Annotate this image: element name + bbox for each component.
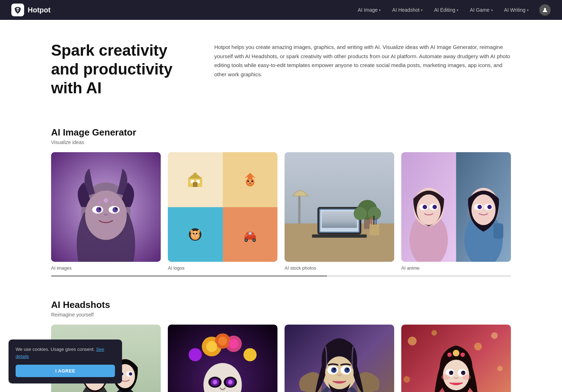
logo-cell-corgi — [168, 207, 223, 262]
cookie-agree-button[interactable]: I AGREE — [16, 365, 115, 377]
card-ai-images[interactable]: AI images — [51, 152, 161, 271]
card-ai-anime[interactable]: AI anime — [401, 152, 511, 271]
svg-point-130 — [453, 350, 459, 357]
brand-name: Hotpot — [28, 6, 50, 14]
svg-rect-57 — [375, 218, 376, 225]
svg-point-8 — [96, 207, 101, 212]
hero-right: Hotpot helps you create amazing images, … — [214, 41, 511, 79]
ai-image-section: AI Image Generator Visualize ideas — [0, 118, 562, 291]
svg-point-13 — [98, 201, 101, 204]
svg-rect-41 — [249, 232, 252, 234]
ai-image-section-title: AI Image Generator — [51, 127, 511, 138]
svg-point-131 — [447, 353, 452, 357]
svg-point-10 — [99, 208, 101, 210]
brand-logo[interactable]: Hotpot — [11, 4, 50, 16]
svg-point-73 — [487, 205, 492, 209]
svg-point-137 — [451, 371, 453, 373]
ai-headshots-section-subtitle: Reimagine yourself — [51, 312, 511, 318]
chevron-down-icon: ▾ — [379, 8, 381, 12]
svg-point-94 — [189, 348, 202, 361]
chevron-down-icon: ▾ — [491, 8, 493, 12]
card-ai-logos[interactable]: AI logos — [168, 152, 277, 271]
hero-left: Spark creativity and productivity with A… — [51, 41, 193, 97]
scroll-thumb — [51, 275, 327, 277]
svg-rect-20 — [193, 182, 198, 187]
svg-point-140 — [462, 375, 471, 380]
card-ai-images-image — [51, 152, 161, 262]
svg-point-69 — [472, 194, 496, 225]
svg-point-32 — [194, 234, 196, 236]
card-lunar-new-year[interactable]: Lunar New Year Headshots — [401, 325, 511, 392]
svg-point-65 — [423, 205, 427, 209]
card-ai-images-label: AI images — [51, 265, 72, 271]
chevron-down-icon: ▾ — [421, 8, 423, 12]
nav-item-ai-game[interactable]: AI Game ▾ — [465, 4, 497, 16]
svg-point-2 — [544, 8, 546, 10]
logo-cell-church — [168, 152, 223, 207]
svg-point-14 — [111, 201, 114, 204]
ai-image-cards-container: AI images — [51, 152, 511, 277]
svg-point-30 — [193, 233, 195, 234]
chevron-down-icon: ▾ — [457, 8, 458, 12]
logo-icon — [11, 4, 24, 16]
svg-point-25 — [251, 180, 253, 182]
svg-point-97 — [228, 339, 238, 349]
svg-point-126 — [403, 376, 410, 383]
svg-point-72 — [478, 205, 482, 209]
svg-point-11 — [115, 208, 117, 210]
svg-point-139 — [441, 375, 450, 380]
card-ai-logos-image — [168, 152, 277, 262]
navbar: Hotpot AI Image ▾ AI Headshot ▾ AI Editi… — [0, 0, 562, 20]
card-ai-avatars-image — [285, 325, 394, 392]
svg-point-124 — [474, 343, 482, 350]
card-ai-anime-image — [401, 152, 511, 262]
svg-point-132 — [461, 353, 465, 357]
svg-point-38 — [245, 239, 247, 241]
card-ai-logos-label: AI logos — [168, 265, 184, 271]
card-ai-stock-photos-image — [285, 152, 394, 262]
svg-point-98 — [218, 337, 227, 346]
nav-item-ai-writing[interactable]: AI Writing ▾ — [499, 4, 534, 16]
nav-items: AI Image ▾ AI Headshot ▾ AI Editing ▾ AI… — [353, 4, 551, 16]
svg-point-125 — [497, 366, 502, 371]
svg-point-89 — [129, 372, 132, 376]
hero-description: Hotpot helps you create amazing images, … — [214, 43, 511, 79]
svg-rect-47 — [322, 211, 357, 228]
svg-point-62 — [417, 194, 441, 225]
svg-point-118 — [334, 368, 336, 370]
svg-point-138 — [463, 371, 465, 373]
nav-item-ai-headshot[interactable]: AI Headshot ▾ — [387, 4, 428, 16]
svg-point-40 — [253, 239, 255, 241]
svg-rect-56 — [373, 216, 374, 225]
svg-point-122 — [491, 332, 498, 339]
svg-point-24 — [247, 180, 249, 182]
card-ai-avatars[interactable]: AI avatars — [285, 325, 394, 392]
scroll-track — [51, 275, 511, 277]
svg-point-0 — [17, 9, 18, 10]
card-ai-stock-photos[interactable]: AI stock photos — [285, 152, 394, 271]
svg-rect-74 — [494, 223, 503, 239]
card-ai-halloween-image — [168, 325, 277, 392]
card-ai-halloween[interactable]: AI Halloween headshots — [168, 325, 277, 392]
ai-image-section-subtitle: Visualize ideas — [51, 139, 511, 145]
ai-headshots-section-title: AI Headshots — [51, 299, 511, 310]
svg-point-12 — [104, 198, 108, 203]
svg-rect-53 — [298, 196, 301, 223]
svg-point-96 — [206, 341, 217, 352]
hero-section: Spark creativity and productivity with A… — [0, 20, 562, 118]
svg-point-93 — [243, 348, 257, 361]
nav-item-ai-image[interactable]: AI Image ▾ — [353, 4, 386, 16]
svg-point-121 — [408, 337, 417, 346]
svg-point-51 — [354, 207, 367, 220]
svg-rect-55 — [371, 217, 372, 225]
svg-point-26 — [249, 182, 251, 183]
logo-cell-fox — [223, 152, 278, 207]
user-avatar[interactable] — [539, 4, 551, 16]
ai-image-cards-row: AI images — [51, 152, 511, 271]
card-ai-anime-label: AI anime — [401, 265, 419, 271]
hero-title: Spark creativity and productivity with A… — [51, 41, 193, 97]
cookie-message: We use cookies. Usage gives consent. — [16, 347, 95, 352]
nav-item-ai-editing[interactable]: AI Editing ▾ — [429, 4, 463, 16]
card-lunar-new-year-image — [401, 325, 511, 392]
chevron-down-icon: ▾ — [527, 8, 529, 12]
